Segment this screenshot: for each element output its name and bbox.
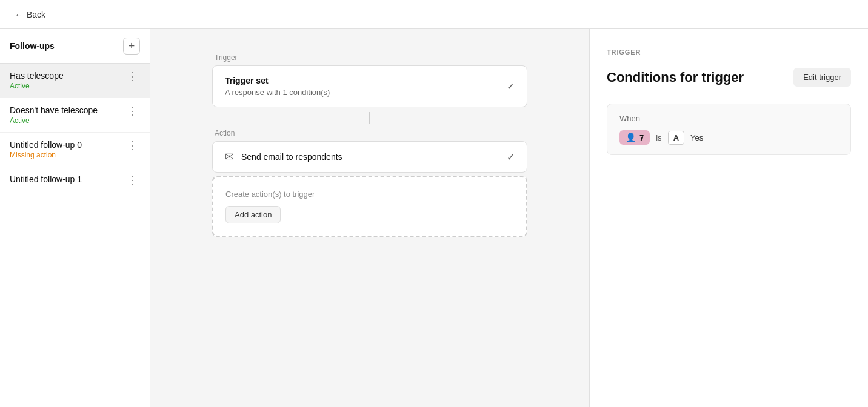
person-icon: 👤 xyxy=(626,133,636,142)
sidebar-header: Follow-ups + xyxy=(0,29,150,64)
plus-icon: + xyxy=(129,40,135,53)
followup-status: Active xyxy=(10,82,124,90)
condition-row: 👤 7 is A Yes xyxy=(619,130,838,145)
canvas-inner: Trigger Trigger set A response with 1 co… xyxy=(150,29,589,407)
check-icon: ✓ xyxy=(507,81,515,92)
condition-value: Yes xyxy=(690,133,703,142)
followup-name: Has telescope xyxy=(10,71,124,81)
condition-when: When xyxy=(619,114,838,123)
check-icon: ✓ xyxy=(507,151,515,163)
sidebar-item-untitled-0[interactable]: Untitled follow-up 0 Missing action ⋮ xyxy=(0,133,150,167)
condition-a-box: A xyxy=(668,131,684,145)
sidebar-item-untitled-1[interactable]: Untitled follow-up 1 ⋮ xyxy=(0,167,150,193)
followup-name: Doesn't have telescope xyxy=(10,105,124,115)
item-menu-button[interactable]: ⋮ xyxy=(124,174,140,185)
flow-connector xyxy=(369,112,370,124)
item-menu-button[interactable]: ⋮ xyxy=(124,105,140,116)
top-bar: ← Back xyxy=(0,0,868,29)
item-menu-button[interactable]: ⋮ xyxy=(124,71,140,82)
panel-header: Conditions for trigger Edit trigger xyxy=(607,68,851,87)
create-actions-card: Create action(s) to trigger Add action xyxy=(212,176,527,237)
panel-section-label: TRIGGER xyxy=(607,48,851,56)
condition-is-text: is xyxy=(656,133,661,142)
edit-trigger-button[interactable]: Edit trigger xyxy=(793,68,851,87)
add-followup-button[interactable]: + xyxy=(123,38,140,55)
panel-title: Conditions for trigger xyxy=(607,70,744,85)
chip-number: 7 xyxy=(639,133,644,142)
main-layout: Follow-ups + Has telescope Active ⋮ Does… xyxy=(0,29,868,407)
create-actions-title: Create action(s) to trigger xyxy=(225,190,514,199)
flow-container: Trigger Trigger set A response with 1 co… xyxy=(212,53,527,237)
back-button[interactable]: ← Back xyxy=(10,7,50,22)
back-label: Back xyxy=(27,10,45,19)
trigger-card[interactable]: Trigger set A response with 1 condition(… xyxy=(212,65,527,107)
followup-status: Missing action xyxy=(10,151,124,159)
followup-name: Untitled follow-up 1 xyxy=(10,174,124,184)
sidebar-item-doesnt-have-telescope[interactable]: Doesn't have telescope Active ⋮ xyxy=(0,98,150,133)
canvas: Trigger Trigger set A response with 1 co… xyxy=(150,29,589,407)
sidebar: Follow-ups + Has telescope Active ⋮ Does… xyxy=(0,29,150,407)
sidebar-title: Follow-ups xyxy=(10,41,55,51)
trigger-label: Trigger xyxy=(215,53,527,62)
condition-box: When 👤 7 is A Yes xyxy=(607,104,851,155)
email-icon: ✉ xyxy=(225,150,234,164)
followup-name: Untitled follow-up 0 xyxy=(10,140,124,150)
back-arrow-icon: ← xyxy=(15,10,23,19)
action-label-text: Send email to respondents xyxy=(241,152,342,162)
action-section: Action ✉ Send email to respondents ✓ Cre… xyxy=(212,129,527,237)
right-panel: TRIGGER Conditions for trigger Edit trig… xyxy=(589,29,868,407)
add-action-button[interactable]: Add action xyxy=(225,206,281,223)
sidebar-item-has-telescope[interactable]: Has telescope Active ⋮ xyxy=(0,64,150,98)
trigger-card-title: Trigger set xyxy=(225,76,507,85)
action-label: Action xyxy=(215,129,527,137)
followup-status: Active xyxy=(10,116,124,125)
trigger-card-subtitle: A response with 1 condition(s) xyxy=(225,88,507,97)
trigger-section: Trigger Trigger set A response with 1 co… xyxy=(212,53,527,107)
condition-chip: 👤 7 xyxy=(619,130,650,145)
item-menu-button[interactable]: ⋮ xyxy=(124,140,140,151)
action-card[interactable]: ✉ Send email to respondents ✓ xyxy=(212,141,527,173)
